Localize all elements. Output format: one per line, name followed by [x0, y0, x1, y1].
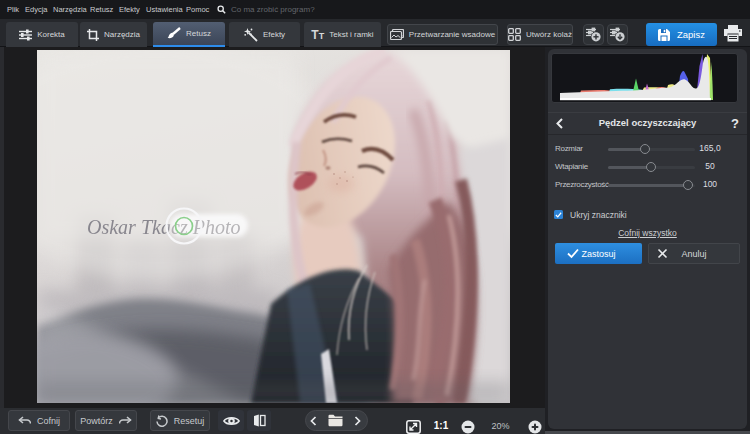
svg-text:Oskar Tka: Oskar Tka [87, 216, 171, 238]
